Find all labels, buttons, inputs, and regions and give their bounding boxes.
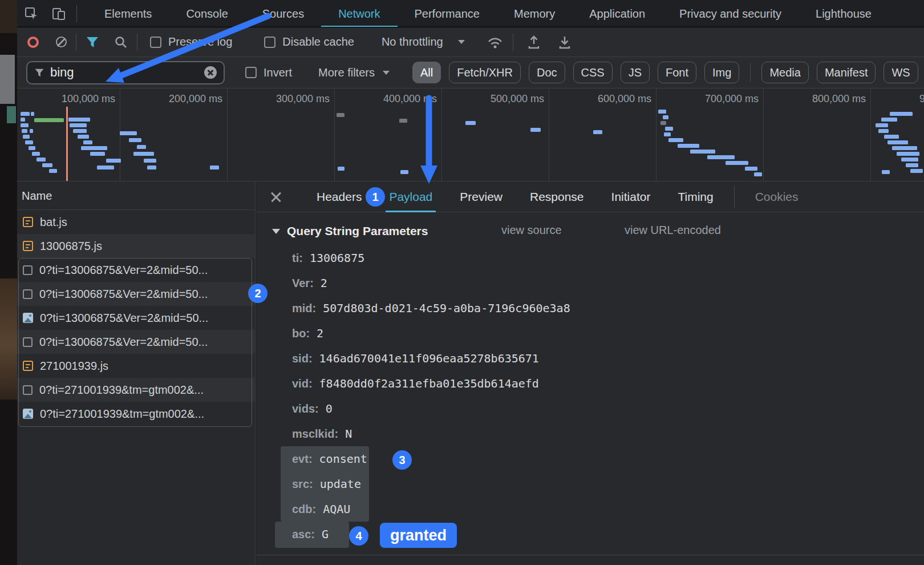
detail-tabbar: HeadersPayloadPreviewResponseInitiatorTi… — [256, 181, 924, 212]
request-bar — [147, 166, 156, 170]
request-bar — [399, 119, 407, 123]
filter-toggle-icon[interactable] — [86, 36, 99, 49]
network-filter-input[interactable] — [50, 65, 204, 80]
section-title: Query String Parameters — [287, 224, 428, 238]
timeline-gridline — [334, 88, 335, 181]
tab-performance[interactable]: Performance — [398, 0, 497, 27]
detail-tab-response[interactable]: Response — [526, 181, 587, 212]
filter-chip-doc[interactable]: Doc — [529, 62, 565, 83]
filter-chip-all[interactable]: All — [412, 62, 441, 83]
request-bar — [34, 118, 64, 122]
request-bar — [400, 170, 408, 174]
request-row[interactable]: 0?ti=271001939&tm=gtm002&... — [17, 402, 255, 426]
request-row[interactable]: 0?ti=13006875&Ver=2&mid=50... — [17, 282, 255, 306]
tab-elements[interactable]: Elements — [87, 0, 169, 27]
filter-chip-css[interactable]: CSS — [573, 62, 613, 83]
request-row[interactable]: 0?ti=13006875&Ver=2&mid=50... — [17, 258, 255, 282]
request-row[interactable]: 13006875.js — [17, 234, 255, 258]
detail-tab-headers[interactable]: Headers — [313, 181, 365, 212]
device-toolbar-icon[interactable] — [51, 6, 66, 21]
request-bar — [78, 135, 89, 139]
inspect-element-icon[interactable] — [24, 6, 39, 21]
filter-chip-media[interactable]: Media — [761, 62, 808, 83]
more-filters-button[interactable]: More filters — [318, 66, 375, 79]
param-src: src:update — [292, 475, 361, 493]
toolbar-divider — [76, 5, 77, 22]
tab-application[interactable]: Application — [572, 0, 662, 27]
filter-chip-js[interactable]: JS — [621, 62, 650, 83]
disable-cache-checkbox[interactable] — [264, 37, 275, 48]
tab-sources[interactable]: Sources — [245, 0, 321, 27]
export-har-icon[interactable] — [558, 35, 572, 50]
param-key: vid: — [292, 377, 313, 390]
detail-tab-preview[interactable]: Preview — [456, 181, 506, 212]
triangle-expanded-icon[interactable] — [272, 229, 280, 234]
filter-chip-font[interactable]: Font — [658, 62, 696, 83]
tab-network[interactable]: Network — [321, 0, 397, 27]
request-bar — [25, 140, 33, 144]
request-bar — [707, 155, 735, 159]
generic-file-icon — [23, 385, 33, 395]
granted-annotation: granted — [380, 523, 457, 548]
detail-tab-initiator[interactable]: Initiator — [608, 181, 654, 212]
request-bar — [22, 129, 27, 133]
filter-chip-manifest[interactable]: Manifest — [817, 62, 876, 83]
network-overview-timeline[interactable]: 100,000 ms200,000 ms300,000 ms400,000 ms… — [17, 88, 924, 181]
request-row[interactable]: 271001939.js — [17, 354, 255, 378]
request-row[interactable]: 0?ti=13006875&Ver=2&mid=50... — [17, 306, 255, 330]
request-bar — [23, 135, 30, 139]
record-network-log-button[interactable] — [27, 37, 39, 48]
filter-box[interactable] — [26, 61, 225, 84]
request-row[interactable]: 0?ti=13006875&Ver=2&mid=50... — [17, 330, 255, 354]
clear-network-log-button[interactable] — [56, 37, 67, 47]
view-url-encoded-link[interactable]: view URL-encoded — [625, 224, 721, 237]
clear-filter-icon[interactable] — [204, 66, 217, 79]
query-string-parameters-section[interactable]: Query String Parameters — [272, 221, 428, 241]
request-bar — [910, 169, 923, 173]
detail-tab-payload[interactable]: Payload — [386, 181, 436, 212]
request-name: 13006875.js — [40, 240, 102, 253]
detail-tab-cookies[interactable]: Cookies — [752, 181, 802, 212]
param-Ver: Ver:2 — [292, 275, 327, 292]
filter-chip-fetch-xhr[interactable]: Fetch/XHR — [449, 62, 521, 83]
request-row[interactable]: 0?ti=271001939&tm=gtm002&... — [17, 378, 255, 402]
param-key: asc: — [292, 528, 315, 540]
request-bar — [890, 112, 913, 116]
param-value: 2 — [317, 326, 323, 340]
close-icon[interactable] — [270, 191, 282, 203]
filter-chip-ws[interactable]: WS — [884, 62, 918, 83]
invert-filter-checkbox[interactable] — [245, 67, 257, 78]
generic-file-icon — [23, 289, 33, 299]
param-value: 507d803d-d021-4c59-a0ba-7196c960e3a8 — [323, 301, 570, 315]
detail-divider — [256, 555, 924, 555]
preserve-log-label: Preserve log — [168, 35, 232, 49]
view-source-link[interactable]: view source — [501, 224, 562, 237]
chevron-down-icon[interactable] — [383, 71, 390, 75]
tab-memory[interactable]: Memory — [497, 0, 572, 27]
import-har-icon[interactable] — [527, 35, 541, 50]
search-icon[interactable] — [114, 35, 128, 49]
throttling-select[interactable]: No throttling — [382, 35, 443, 49]
request-bar — [663, 115, 668, 119]
script-file-icon — [23, 217, 33, 227]
tab-console[interactable]: Console — [169, 0, 245, 27]
tab-privacy-and-security[interactable]: Privacy and security — [662, 0, 799, 27]
param-value: 146ad670041e11f096eaa5278b635671 — [319, 352, 539, 365]
timeline-tick-label: 700,000 ms — [705, 93, 759, 105]
tab-lighthouse[interactable]: Lighthouse — [799, 0, 889, 27]
request-bar — [129, 138, 141, 142]
detail-tab-timing[interactable]: Timing — [674, 181, 716, 212]
filter-chip-img[interactable]: Img — [704, 62, 739, 83]
request-name: 0?ti=271001939&tm=gtm002&... — [39, 384, 204, 397]
timeline-event-marker — [66, 107, 68, 181]
name-column-header[interactable]: Name — [17, 181, 255, 210]
chevron-down-icon[interactable] — [458, 40, 465, 44]
request-row[interactable]: bat.js — [17, 210, 255, 234]
network-conditions-icon[interactable] — [487, 35, 504, 49]
generic-file-icon — [23, 265, 33, 275]
preserve-log-checkbox[interactable] — [150, 37, 161, 48]
toolbar-divider — [137, 34, 137, 51]
param-key: cdb: — [292, 503, 316, 515]
network-filter-row: Invert More filters AllFetch/XHRDocCSSJS… — [17, 57, 924, 88]
request-bar — [68, 118, 90, 122]
